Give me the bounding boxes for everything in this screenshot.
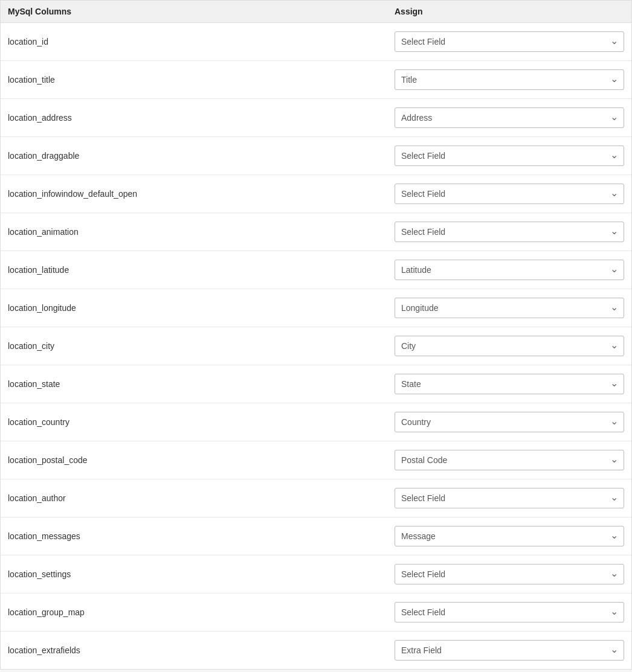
table-row: location_latitudeSelect FieldTitleAddres… [1,251,631,289]
assign-select[interactable]: Select FieldTitleAddressLatitudeLongitud… [395,488,624,508]
assign-select[interactable]: Select FieldTitleAddressLatitudeLongitud… [395,146,624,166]
mysql-columns-header: MySql Columns [8,7,395,16]
assign-select-wrapper: Select FieldTitleAddressLatitudeLongitud… [395,450,624,470]
select-wrapper: Select FieldTitleAddressLatitudeLongitud… [395,260,624,280]
assign-select-wrapper: Select FieldTitleAddressLatitudeLongitud… [395,488,624,508]
assign-select[interactable]: Select FieldTitleAddressLatitudeLongitud… [395,564,624,584]
mysql-column-label: location_settings [8,569,395,579]
assign-select-wrapper: Select FieldTitleAddressLatitudeLongitud… [395,146,624,166]
assign-select[interactable]: Select FieldTitleAddressLatitudeLongitud… [395,412,624,432]
assign-select[interactable]: Select FieldTitleAddressLatitudeLongitud… [395,526,624,546]
assign-select[interactable]: Select FieldTitleAddressLatitudeLongitud… [395,184,624,204]
assign-select[interactable]: Select FieldTitleAddressLatitudeLongitud… [395,222,624,242]
assign-select[interactable]: Select FieldTitleAddressLatitudeLongitud… [395,69,624,90]
table-row: location_titleSelect FieldTitleAddressLa… [1,61,631,99]
table-row: location_extrafieldsSelect FieldTitleAdd… [1,632,631,669]
select-wrapper: Select FieldTitleAddressLatitudeLongitud… [395,412,624,432]
mysql-column-label: location_city [8,341,395,351]
mysql-column-label: location_author [8,493,395,503]
assign-select-wrapper: Select FieldTitleAddressLatitudeLongitud… [395,31,624,52]
select-wrapper: Select FieldTitleAddressLatitudeLongitud… [395,222,624,242]
table-row: location_citySelect FieldTitleAddressLat… [1,327,631,365]
mysql-column-label: location_infowindow_default_open [8,189,395,199]
mysql-column-label: location_animation [8,227,395,237]
table-row: location_authorSelect FieldTitleAddressL… [1,479,631,517]
mysql-column-label: location_state [8,379,395,389]
assign-select-wrapper: Select FieldTitleAddressLatitudeLongitud… [395,602,624,622]
mysql-column-label: location_extrafields [8,645,395,655]
select-wrapper: Select FieldTitleAddressLatitudeLongitud… [395,526,624,546]
select-wrapper: Select FieldTitleAddressLatitudeLongitud… [395,450,624,470]
assign-select[interactable]: Select FieldTitleAddressLatitudeLongitud… [395,31,624,52]
table-header: MySql Columns Assign [1,1,631,23]
select-wrapper: Select FieldTitleAddressLatitudeLongitud… [395,564,624,584]
select-wrapper: Select FieldTitleAddressLatitudeLongitud… [395,602,624,622]
mapping-table: MySql Columns Assign location_idSelect F… [0,0,632,670]
mysql-column-label: location_latitude [8,265,395,275]
assign-select[interactable]: Select FieldTitleAddressLatitudeLongitud… [395,450,624,470]
assign-select[interactable]: Select FieldTitleAddressLatitudeLongitud… [395,298,624,318]
table-row: location_idSelect FieldTitleAddressLatit… [1,23,631,61]
assign-select-wrapper: Select FieldTitleAddressLatitudeLongitud… [395,564,624,584]
assign-select-wrapper: Select FieldTitleAddressLatitudeLongitud… [395,336,624,356]
assign-header: Assign [395,7,624,16]
mysql-column-label: location_id [8,37,395,46]
mysql-column-label: location_address [8,113,395,123]
assign-select-wrapper: Select FieldTitleAddressLatitudeLongitud… [395,260,624,280]
select-wrapper: Select FieldTitleAddressLatitudeLongitud… [395,184,624,204]
assign-select[interactable]: Select FieldTitleAddressLatitudeLongitud… [395,336,624,356]
assign-select-wrapper: Select FieldTitleAddressLatitudeLongitud… [395,374,624,394]
mysql-column-label: location_postal_code [8,455,395,465]
assign-select-wrapper: Select FieldTitleAddressLatitudeLongitud… [395,107,624,128]
table-row: location_longitudeSelect FieldTitleAddre… [1,289,631,327]
table-row: location_stateSelect FieldTitleAddressLa… [1,365,631,403]
mysql-column-label: location_title [8,75,395,85]
table-row: location_messagesSelect FieldTitleAddres… [1,517,631,555]
table-row: location_postal_codeSelect FieldTitleAdd… [1,441,631,479]
select-wrapper: Select FieldTitleAddressLatitudeLongitud… [395,488,624,508]
mysql-column-label: location_group_map [8,607,395,617]
assign-select-wrapper: Select FieldTitleAddressLatitudeLongitud… [395,222,624,242]
select-wrapper: Select FieldTitleAddressLatitudeLongitud… [395,374,624,394]
select-wrapper: Select FieldTitleAddressLatitudeLongitud… [395,31,624,52]
assign-select-wrapper: Select FieldTitleAddressLatitudeLongitud… [395,640,624,661]
assign-select-wrapper: Select FieldTitleAddressLatitudeLongitud… [395,412,624,432]
mysql-column-label: location_draggable [8,151,395,161]
select-wrapper: Select FieldTitleAddressLatitudeLongitud… [395,298,624,318]
assign-select[interactable]: Select FieldTitleAddressLatitudeLongitud… [395,374,624,394]
assign-select[interactable]: Select FieldTitleAddressLatitudeLongitud… [395,107,624,128]
mysql-column-label: location_country [8,417,395,427]
select-wrapper: Select FieldTitleAddressLatitudeLongitud… [395,69,624,90]
assign-select[interactable]: Select FieldTitleAddressLatitudeLongitud… [395,602,624,622]
assign-select-wrapper: Select FieldTitleAddressLatitudeLongitud… [395,69,624,90]
table-body: location_idSelect FieldTitleAddressLatit… [1,23,631,669]
table-row: location_addressSelect FieldTitleAddress… [1,99,631,137]
table-row: location_animationSelect FieldTitleAddre… [1,213,631,251]
table-row: location_countrySelect FieldTitleAddress… [1,403,631,441]
table-row: location_group_mapSelect FieldTitleAddre… [1,594,631,632]
select-wrapper: Select FieldTitleAddressLatitudeLongitud… [395,336,624,356]
assign-select-wrapper: Select FieldTitleAddressLatitudeLongitud… [395,298,624,318]
select-wrapper: Select FieldTitleAddressLatitudeLongitud… [395,146,624,166]
select-wrapper: Select FieldTitleAddressLatitudeLongitud… [395,640,624,661]
assign-select-wrapper: Select FieldTitleAddressLatitudeLongitud… [395,184,624,204]
table-row: location_settingsSelect FieldTitleAddres… [1,555,631,594]
assign-select-wrapper: Select FieldTitleAddressLatitudeLongitud… [395,526,624,546]
table-row: location_infowindow_default_openSelect F… [1,175,631,213]
assign-select[interactable]: Select FieldTitleAddressLatitudeLongitud… [395,640,624,661]
assign-select[interactable]: Select FieldTitleAddressLatitudeLongitud… [395,260,624,280]
select-wrapper: Select FieldTitleAddressLatitudeLongitud… [395,107,624,128]
mysql-column-label: location_messages [8,531,395,541]
table-row: location_draggableSelect FieldTitleAddre… [1,137,631,175]
mysql-column-label: location_longitude [8,303,395,313]
